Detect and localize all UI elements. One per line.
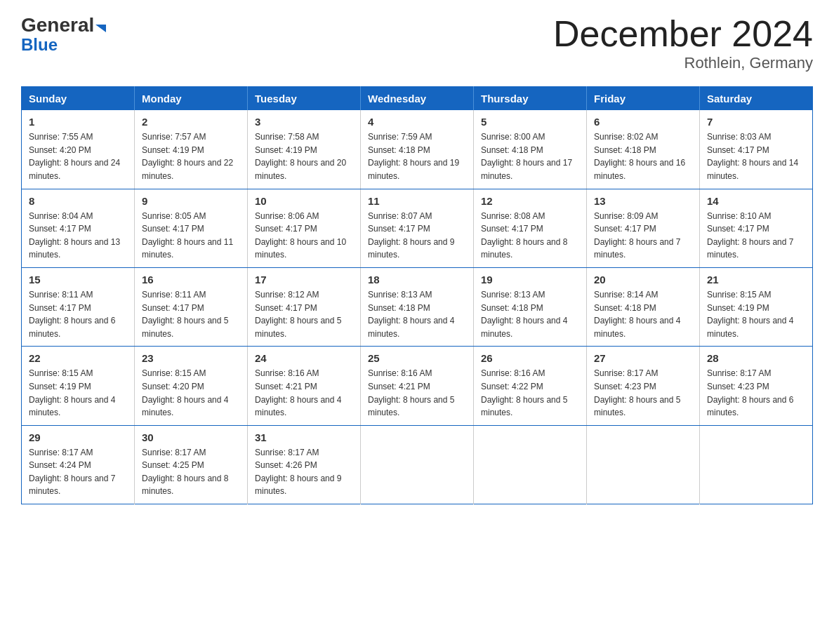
weekday-header-wednesday: Wednesday — [361, 87, 474, 111]
day-number: 21 — [707, 274, 805, 286]
logo: General Blue — [21, 14, 106, 55]
day-info: Sunrise: 7:58 AMSunset: 4:19 PMDaylight:… — [255, 130, 353, 182]
calendar-cell: 12Sunrise: 8:08 AMSunset: 4:17 PMDayligh… — [474, 189, 587, 267]
day-info: Sunrise: 8:08 AMSunset: 4:17 PMDaylight:… — [481, 210, 579, 262]
day-info: Sunrise: 8:03 AMSunset: 4:17 PMDaylight:… — [707, 130, 805, 182]
calendar-cell: 9Sunrise: 8:05 AMSunset: 4:17 PMDaylight… — [135, 189, 248, 267]
day-info: Sunrise: 8:00 AMSunset: 4:18 PMDaylight:… — [481, 130, 579, 182]
calendar-cell: 4Sunrise: 7:59 AMSunset: 4:18 PMDaylight… — [361, 110, 474, 189]
day-number: 29 — [29, 431, 127, 443]
weekday-header-sunday: Sunday — [22, 87, 135, 111]
calendar-cell: 29Sunrise: 8:17 AMSunset: 4:24 PMDayligh… — [22, 425, 135, 504]
day-number: 16 — [142, 274, 240, 286]
day-info: Sunrise: 8:16 AMSunset: 4:22 PMDaylight:… — [481, 367, 579, 419]
day-number: 31 — [255, 431, 353, 443]
day-info: Sunrise: 8:07 AMSunset: 4:17 PMDaylight:… — [368, 210, 466, 262]
day-info: Sunrise: 8:13 AMSunset: 4:18 PMDaylight:… — [368, 288, 466, 340]
day-info: Sunrise: 8:15 AMSunset: 4:20 PMDaylight:… — [142, 367, 240, 419]
weekday-header-saturday: Saturday — [700, 87, 813, 111]
day-info: Sunrise: 8:17 AMSunset: 4:26 PMDaylight:… — [255, 446, 353, 498]
calendar-cell: 18Sunrise: 8:13 AMSunset: 4:18 PMDayligh… — [361, 267, 474, 346]
day-info: Sunrise: 7:59 AMSunset: 4:18 PMDaylight:… — [368, 130, 466, 182]
calendar-cell: 1Sunrise: 7:55 AMSunset: 4:20 PMDaylight… — [22, 110, 135, 189]
calendar-cell: 24Sunrise: 8:16 AMSunset: 4:21 PMDayligh… — [248, 347, 361, 425]
calendar-week-2: 8Sunrise: 8:04 AMSunset: 4:17 PMDaylight… — [22, 189, 813, 267]
logo-blue-text: Blue — [21, 35, 58, 55]
day-info: Sunrise: 8:05 AMSunset: 4:17 PMDaylight:… — [142, 210, 240, 262]
day-number: 13 — [594, 195, 692, 207]
day-number: 23 — [142, 352, 240, 364]
calendar-cell: 14Sunrise: 8:10 AMSunset: 4:17 PMDayligh… — [700, 189, 813, 267]
calendar-cell: 13Sunrise: 8:09 AMSunset: 4:17 PMDayligh… — [587, 189, 700, 267]
day-number: 10 — [255, 195, 353, 207]
day-number: 15 — [29, 274, 127, 286]
calendar-cell: 23Sunrise: 8:15 AMSunset: 4:20 PMDayligh… — [135, 347, 248, 425]
calendar-cell: 8Sunrise: 8:04 AMSunset: 4:17 PMDaylight… — [22, 189, 135, 267]
day-info: Sunrise: 8:16 AMSunset: 4:21 PMDaylight:… — [255, 367, 353, 419]
day-number: 27 — [594, 352, 692, 364]
day-number: 28 — [707, 352, 805, 364]
day-info: Sunrise: 8:11 AMSunset: 4:17 PMDaylight:… — [29, 288, 127, 340]
day-info: Sunrise: 8:11 AMSunset: 4:17 PMDaylight:… — [142, 288, 240, 340]
day-number: 22 — [29, 352, 127, 364]
calendar-header-row: SundayMondayTuesdayWednesdayThursdayFrid… — [22, 87, 813, 111]
calendar-title: December 2024 — [553, 14, 813, 54]
day-number: 30 — [142, 431, 240, 443]
calendar-cell: 26Sunrise: 8:16 AMSunset: 4:22 PMDayligh… — [474, 347, 587, 425]
day-info: Sunrise: 7:55 AMSunset: 4:20 PMDaylight:… — [29, 130, 127, 182]
day-number: 26 — [481, 352, 579, 364]
calendar-cell: 7Sunrise: 8:03 AMSunset: 4:17 PMDaylight… — [700, 110, 813, 189]
day-number: 19 — [481, 274, 579, 286]
day-number: 18 — [368, 274, 466, 286]
calendar-cell: 3Sunrise: 7:58 AMSunset: 4:19 PMDaylight… — [248, 110, 361, 189]
day-info: Sunrise: 8:10 AMSunset: 4:17 PMDaylight:… — [707, 210, 805, 262]
day-info: Sunrise: 8:13 AMSunset: 4:18 PMDaylight:… — [481, 288, 579, 340]
day-info: Sunrise: 8:17 AMSunset: 4:25 PMDaylight:… — [142, 446, 240, 498]
calendar-cell: 11Sunrise: 8:07 AMSunset: 4:17 PMDayligh… — [361, 189, 474, 267]
day-info: Sunrise: 8:17 AMSunset: 4:24 PMDaylight:… — [29, 446, 127, 498]
logo-top-line: General — [21, 14, 106, 36]
day-info: Sunrise: 8:17 AMSunset: 4:23 PMDaylight:… — [594, 367, 692, 419]
day-info: Sunrise: 8:09 AMSunset: 4:17 PMDaylight:… — [594, 210, 692, 262]
day-info: Sunrise: 8:15 AMSunset: 4:19 PMDaylight:… — [29, 367, 127, 419]
day-number: 8 — [29, 195, 127, 207]
day-info: Sunrise: 8:02 AMSunset: 4:18 PMDaylight:… — [594, 130, 692, 182]
day-number: 4 — [368, 116, 466, 128]
day-info: Sunrise: 8:14 AMSunset: 4:18 PMDaylight:… — [594, 288, 692, 340]
calendar-cell: 15Sunrise: 8:11 AMSunset: 4:17 PMDayligh… — [22, 267, 135, 346]
calendar-week-5: 29Sunrise: 8:17 AMSunset: 4:24 PMDayligh… — [22, 425, 813, 504]
page-header: General Blue December 2024 Rothlein, Ger… — [21, 14, 813, 72]
weekday-header-thursday: Thursday — [474, 87, 587, 111]
calendar-subtitle: Rothlein, Germany — [553, 54, 813, 72]
day-number: 2 — [142, 116, 240, 128]
calendar-cell: 30Sunrise: 8:17 AMSunset: 4:25 PMDayligh… — [135, 425, 248, 504]
day-info: Sunrise: 7:57 AMSunset: 4:19 PMDaylight:… — [142, 130, 240, 182]
calendar-cell: 10Sunrise: 8:06 AMSunset: 4:17 PMDayligh… — [248, 189, 361, 267]
calendar-table: SundayMondayTuesdayWednesdayThursdayFrid… — [21, 86, 813, 504]
day-info: Sunrise: 8:16 AMSunset: 4:21 PMDaylight:… — [368, 367, 466, 419]
calendar-cell: 27Sunrise: 8:17 AMSunset: 4:23 PMDayligh… — [587, 347, 700, 425]
logo-arrow-icon — [95, 25, 106, 32]
day-number: 24 — [255, 352, 353, 364]
day-number: 11 — [368, 195, 466, 207]
calendar-cell — [361, 425, 474, 504]
calendar-week-4: 22Sunrise: 8:15 AMSunset: 4:19 PMDayligh… — [22, 347, 813, 425]
day-number: 6 — [594, 116, 692, 128]
logo-general-text: General — [21, 14, 94, 36]
weekday-header-friday: Friday — [587, 87, 700, 111]
calendar-cell: 2Sunrise: 7:57 AMSunset: 4:19 PMDaylight… — [135, 110, 248, 189]
day-info: Sunrise: 8:06 AMSunset: 4:17 PMDaylight:… — [255, 210, 353, 262]
day-number: 9 — [142, 195, 240, 207]
day-info: Sunrise: 8:15 AMSunset: 4:19 PMDaylight:… — [707, 288, 805, 340]
calendar-cell — [587, 425, 700, 504]
day-number: 5 — [481, 116, 579, 128]
day-number: 20 — [594, 274, 692, 286]
calendar-cell: 6Sunrise: 8:02 AMSunset: 4:18 PMDaylight… — [587, 110, 700, 189]
calendar-cell: 25Sunrise: 8:16 AMSunset: 4:21 PMDayligh… — [361, 347, 474, 425]
day-number: 1 — [29, 116, 127, 128]
day-number: 7 — [707, 116, 805, 128]
calendar-cell — [474, 425, 587, 504]
day-number: 17 — [255, 274, 353, 286]
calendar-week-1: 1Sunrise: 7:55 AMSunset: 4:20 PMDaylight… — [22, 110, 813, 189]
calendar-week-3: 15Sunrise: 8:11 AMSunset: 4:17 PMDayligh… — [22, 267, 813, 346]
